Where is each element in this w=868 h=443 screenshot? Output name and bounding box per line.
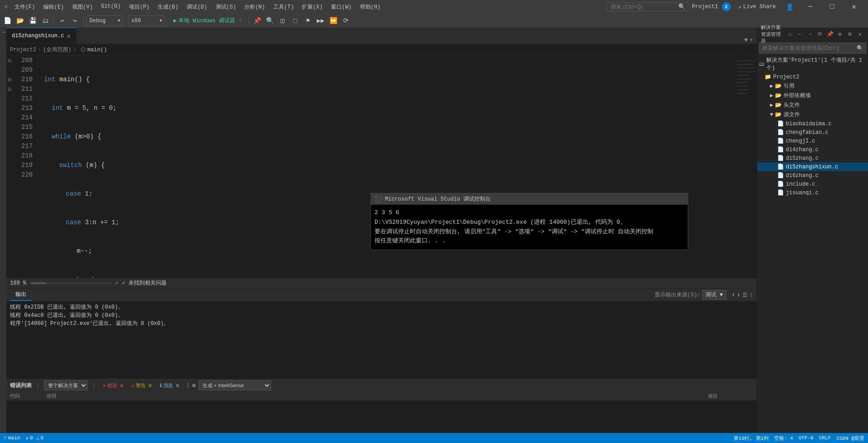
menu-bar: 文件(F) 编辑(E) 视图(V) Git(G) 项目(P) 生成(B) 调试(…: [11, 2, 604, 12]
scroll-bar[interactable]: [30, 282, 112, 284]
file-icon-1: 📄: [777, 129, 784, 136]
toolbar-icon5[interactable]: ⚑: [302, 15, 313, 26]
sidebar-file-di5zhangshixun[interactable]: 📄 di5zhangshixun.c: [757, 162, 868, 171]
sidebar-file-chengji[interactable]: 📄 chengjI.c: [757, 137, 868, 145]
sidebar-item-headers[interactable]: ▶ 📂 头文件: [757, 100, 868, 110]
menu-view[interactable]: 视图(V): [69, 2, 97, 12]
save-icon[interactable]: 💾: [27, 15, 38, 26]
sidebar-pin-icon[interactable]: 📌: [825, 30, 834, 39]
build-mode-icon[interactable]: ⚙: [192, 382, 195, 389]
col-code: 代码: [10, 393, 46, 399]
sidebar-forward-icon[interactable]: →: [805, 30, 814, 39]
status-position[interactable]: 第19行, 第1列: [734, 435, 769, 442]
menu-file[interactable]: 文件(F): [11, 2, 39, 12]
toolbar-icon3[interactable]: ◫: [277, 15, 288, 26]
ln-218: 218: [17, 151, 33, 161]
open-file-icon[interactable]: 📂: [15, 15, 25, 26]
toolbar-icon4[interactable]: ⬚: [290, 15, 301, 26]
toolbar-icon8[interactable]: ⟳: [340, 15, 351, 26]
sidebar-toolbar: ⌂ ← → ⟳ 📌 ⚙ ⊞ ✕: [785, 30, 864, 39]
breadcrumb-sep1: ›: [38, 47, 41, 53]
gutter-fold-211[interactable]: ⊟: [6, 84, 13, 94]
svg-rect-7: [737, 82, 747, 83]
toolbar-icon7[interactable]: ⏩: [328, 15, 339, 26]
status-spaces[interactable]: 空格: 4: [774, 435, 793, 442]
sidebar-refresh-icon[interactable]: ⟳: [815, 30, 824, 39]
svg-rect-4: [737, 71, 756, 72]
menu-extensions[interactable]: 扩展(X): [298, 2, 326, 12]
platform-dropdown[interactable]: x86 ▼: [128, 15, 164, 26]
toolbar-icon1[interactable]: 📌: [252, 15, 262, 26]
output-scroll-down-icon[interactable]: ⬇: [737, 291, 740, 299]
gutter-220: [6, 170, 13, 180]
sidebar-file-include[interactable]: 📄 include.c: [757, 180, 868, 188]
sidebar-back-icon[interactable]: ←: [795, 30, 804, 39]
breadcrumb-scope[interactable]: (全局范围): [43, 46, 71, 54]
toolbar-icon2[interactable]: 🔍: [264, 15, 275, 26]
undo-icon[interactable]: ↩: [57, 15, 68, 26]
live-share-button[interactable]: ↗ Live Share: [735, 3, 779, 11]
sidebar-expand-icon[interactable]: ⊞: [845, 30, 854, 39]
status-branch[interactable]: ⑂ main: [4, 435, 20, 441]
sidebar-item-project[interactable]: 📁 Project2: [757, 73, 868, 81]
sidebar-home-icon[interactable]: ⌂: [785, 30, 794, 39]
menu-edit[interactable]: 编辑(E): [39, 2, 68, 12]
new-tab-icon[interactable]: +: [750, 37, 753, 44]
status-errors[interactable]: ✕ 0 ⚠ 0: [25, 435, 43, 441]
sidebar-file-biaobaidaima[interactable]: 📄 biaobaidaima.c: [757, 119, 868, 128]
minimize-button[interactable]: ─: [800, 0, 821, 14]
menu-git[interactable]: Git(G): [97, 2, 124, 12]
run-button[interactable]: ▶ 本地 Windows 调试器 ▼: [170, 16, 246, 25]
git-branch-icon: ⑂: [4, 435, 7, 441]
menu-help[interactable]: 帮助(H): [356, 2, 385, 12]
sidebar-item-external-deps[interactable]: ▶ 📂 外部依赖项: [757, 91, 868, 100]
gutter-fold-208[interactable]: ⊟: [6, 56, 13, 65]
sidebar-file-jisuanqi[interactable]: 📄 jisuanqi.c: [757, 188, 868, 197]
restore-button[interactable]: □: [822, 0, 843, 14]
menu-build[interactable]: 生成(B): [154, 2, 182, 12]
new-file-icon[interactable]: 📄: [2, 15, 13, 26]
sidebar-item-solution[interactable]: 🗂 解决方案'Project1'(1 个项目/共 1 个): [757, 55, 868, 73]
sidebar-close-icon[interactable]: ✕: [855, 30, 864, 39]
message-badge[interactable]: ℹ 消息 0: [157, 382, 182, 389]
save-all-icon[interactable]: 🗂: [40, 15, 51, 26]
redo-icon[interactable]: ↪: [69, 15, 80, 26]
gutter-fold-210[interactable]: ⊟: [6, 75, 13, 84]
sidebar-filter-icon[interactable]: ⚙: [835, 30, 844, 39]
close-button[interactable]: ✕: [843, 0, 864, 14]
warning-badge[interactable]: ⚠ 警告 0: [128, 382, 154, 389]
sidebar-item-sources[interactable]: ▼ 📂 源文件: [757, 110, 868, 119]
tab-close-icon[interactable]: ✕: [67, 32, 70, 40]
menu-tools[interactable]: 工具(T): [270, 2, 298, 12]
sidebar-file-di4zhang[interactable]: 📄 di4zhang.c: [757, 145, 868, 154]
sidebar-file-chengfabiao[interactable]: 📄 chengfabiao.c: [757, 128, 868, 137]
tab-output[interactable]: 输出: [10, 289, 32, 301]
active-tab[interactable]: di5zhangshixun.c ✕: [6, 28, 77, 44]
file-label-5: di5zhangshixun.c: [786, 164, 838, 170]
account-icon[interactable]: 👤: [783, 3, 796, 11]
menu-analyze[interactable]: 分析(N): [241, 2, 269, 12]
debug-mode-dropdown[interactable]: Debug ▼: [86, 15, 123, 26]
tab-overflow-icon[interactable]: ▼: [744, 37, 748, 44]
output-clear-icon[interactable]: ☰: [742, 291, 748, 299]
menu-project[interactable]: 项目(P): [125, 2, 153, 12]
output-source-dropdown[interactable]: 调试 ▼: [702, 290, 726, 300]
output-wrap-icon[interactable]: ↕: [750, 291, 753, 299]
status-encoding[interactable]: UTF-8: [799, 435, 814, 441]
sidebar-item-references[interactable]: ▶ 📂 引用: [757, 81, 868, 91]
menu-window[interactable]: 窗口(W): [327, 2, 355, 12]
menu-debug[interactable]: 调试(D): [183, 2, 211, 12]
breadcrumb-project[interactable]: Project2: [10, 47, 36, 53]
sidebar-search-input[interactable]: [759, 43, 866, 54]
search-input[interactable]: [607, 2, 688, 11]
sidebar-file-di5zhang[interactable]: 📄 di5zhang.c: [757, 154, 868, 162]
menu-test[interactable]: 测试(S): [212, 2, 240, 12]
build-mode-dropdown[interactable]: 生成 + IntelliSense: [198, 380, 271, 390]
notification-badge[interactable]: 2: [722, 2, 731, 11]
error-filter-dropdown[interactable]: 整个解决方案: [44, 380, 88, 390]
status-line-ending[interactable]: CRLF: [819, 435, 831, 441]
sidebar-file-di6zhang[interactable]: 📄 di6zhang.c: [757, 171, 868, 180]
error-badge[interactable]: ✕ 错误 0: [100, 382, 126, 389]
output-scroll-up-icon[interactable]: ⬆: [732, 291, 735, 299]
toolbar-icon6[interactable]: ▶▶: [315, 15, 326, 26]
